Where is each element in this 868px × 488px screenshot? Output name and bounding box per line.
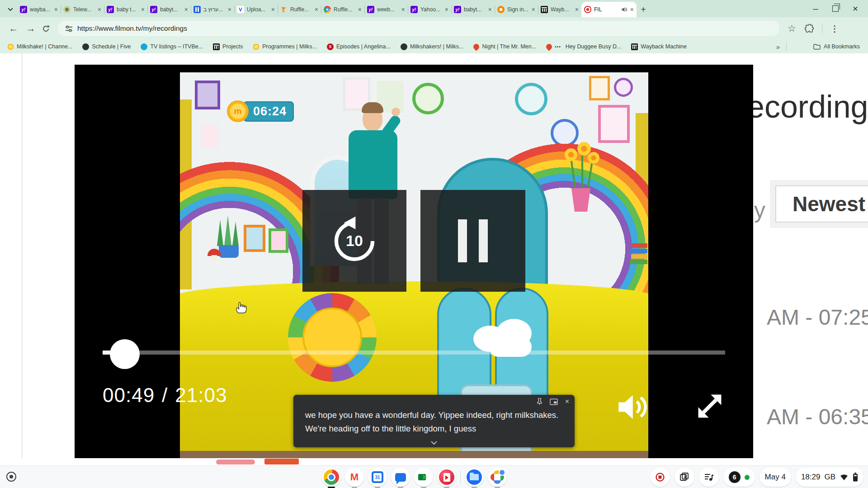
tab-babytv-3[interactable]: y!babyt...× (451, 2, 495, 17)
tab-telewebion[interactable]: Telew...× (61, 2, 104, 17)
bookmark-mr-men[interactable]: Night | The Mr. Men... (473, 43, 536, 50)
notification-counter[interactable]: 6 (723, 468, 755, 487)
pause-button[interactable] (420, 190, 525, 292)
sort-by-label-fragment: y (754, 197, 765, 223)
tab-uploady[interactable]: VUploa...× (234, 2, 278, 17)
tab-close-icon[interactable]: × (575, 6, 579, 13)
app-files[interactable] (465, 468, 484, 487)
launcher-button[interactable] (6, 472, 16, 482)
bookmark-hey-duggee[interactable]: •••Hey Duggee Busy D... (546, 43, 621, 50)
quick-settings-button[interactable]: 18:29 GB (796, 468, 863, 487)
recording-row-time[interactable]: AM - 06:35 (767, 404, 868, 429)
recording-row-time[interactable]: AM - 07:25 (767, 305, 868, 330)
bookmarks-overflow-icon[interactable]: » (776, 43, 780, 51)
tab-wayback-1[interactable]: y!wayba...× (17, 2, 61, 17)
bookmark-episodes-angelina[interactable]: Episodes | Angelina... (327, 43, 391, 50)
media-playing-icon (704, 473, 714, 482)
tab-ruffle-1[interactable]: Ruffle...× (278, 2, 321, 17)
tab-close-icon[interactable]: × (54, 6, 58, 13)
tab-hebrew-channel[interactable]: ערוץ ב...× (191, 2, 234, 17)
files-icon (467, 469, 482, 485)
toolbar-divider (822, 24, 822, 33)
wall-frame (195, 81, 220, 109)
calendar-date-button[interactable]: May 4 (760, 468, 791, 487)
close-window-button[interactable]: × (847, 0, 863, 17)
tab-babytv-1[interactable]: y!baby t...× (104, 2, 147, 17)
tab-close-icon[interactable]: × (630, 6, 634, 13)
minimize-button[interactable]: – (807, 0, 824, 17)
browser-menu-icon[interactable]: ⋮ (830, 24, 839, 34)
app-chrome[interactable] (322, 468, 341, 487)
caption-close-icon[interactable]: × (565, 398, 569, 405)
back-button[interactable]: ← (7, 23, 20, 34)
bookmark-milkshake-channel[interactable]: Milkshake! | Channe... (7, 43, 72, 50)
flower-stem (581, 155, 583, 190)
sun-icon (7, 43, 14, 50)
tab-search-button[interactable] (4, 2, 17, 17)
tab-title: Ruffle... (290, 6, 312, 13)
status-tray: 6 May 4 18:29 GB (650, 467, 863, 487)
bookmark-schedule-five[interactable]: Schedule | Five (82, 43, 131, 50)
screen-capture-button[interactable] (675, 468, 694, 487)
bookmark-wayback-machine[interactable]: Wayback Machine (631, 43, 687, 50)
tab-sign-in[interactable]: Sign in...× (495, 2, 538, 17)
rewind-10-button[interactable]: 10 (302, 190, 406, 292)
presenter-hair (362, 102, 383, 113)
tab-close-icon[interactable]: × (401, 6, 405, 13)
tab-yahoo[interactable]: y!Yahoo...× (408, 2, 451, 17)
tab-close-icon[interactable]: × (98, 6, 101, 13)
sort-newest-dropdown[interactable]: Newest (775, 185, 868, 223)
browser-toolbar: ← → https://www.filmon.tv/my/recordings … (0, 17, 868, 40)
app-media[interactable] (437, 468, 456, 487)
wall-frame (614, 78, 633, 97)
tab-close-icon[interactable]: × (271, 6, 275, 13)
extensions-icon[interactable] (804, 24, 814, 33)
fullscreen-button[interactable] (693, 389, 726, 423)
all-bookmarks-button[interactable]: All Bookmarks (813, 43, 860, 50)
reload-button[interactable] (42, 24, 54, 33)
app-gmail[interactable]: M (345, 468, 364, 487)
bookmark-projects[interactable]: Projects (213, 43, 243, 50)
tab-close-icon[interactable]: × (488, 6, 492, 13)
forward-button[interactable]: → (24, 23, 37, 34)
screen-record-indicator[interactable] (650, 468, 670, 487)
restore-button[interactable] (827, 0, 844, 17)
app-chat[interactable] (391, 468, 410, 487)
url-text: https://www.filmon.tv/my/recordings (77, 24, 187, 33)
bookmark-star-icon[interactable]: ☆ (788, 23, 796, 34)
video-player[interactable]: m 06:24 10 00:49 / 21:03 (75, 65, 753, 458)
live-caption-box[interactable]: × we hope you have a wonderful day. Yipp… (293, 395, 575, 447)
tab-close-icon[interactable]: × (532, 6, 535, 13)
picture-in-picture-icon[interactable] (550, 398, 558, 405)
book (631, 243, 647, 248)
tab-close-icon[interactable]: × (184, 6, 188, 13)
bookmark-programmes[interactable]: Programmes | Milks... (253, 43, 317, 50)
app-photos[interactable] (488, 468, 507, 487)
telewebion-favicon (63, 6, 71, 13)
new-tab-button[interactable]: + (637, 2, 650, 17)
shelf-date: May 4 (765, 473, 786, 482)
wall-frame (598, 105, 630, 143)
folder-icon (813, 44, 821, 50)
tab-filmon-active[interactable]: FIL × (581, 2, 637, 17)
seek-bar[interactable] (103, 351, 725, 355)
caption-collapse-icon[interactable] (430, 441, 438, 445)
tab-close-icon[interactable]: × (228, 6, 231, 13)
pin-icon[interactable] (537, 398, 542, 405)
tab-ruffle-2[interactable]: Ruffle...× (321, 2, 364, 17)
tab-weebly[interactable]: y!weeb...× (364, 2, 408, 17)
app-calendar[interactable]: 31 (368, 468, 387, 487)
tab-close-icon[interactable]: × (358, 6, 362, 13)
app-meet[interactable] (414, 468, 433, 487)
address-bar[interactable]: https://www.filmon.tv/my/recordings (58, 21, 779, 36)
media-controls-button[interactable] (699, 468, 719, 487)
tab-close-icon[interactable]: × (445, 6, 448, 13)
bookmark-tv-listings[interactable]: TV listings – ITVBe... (141, 43, 203, 50)
bookmark-milkshakers[interactable]: Milkshakers! | Milks... (401, 43, 464, 50)
tab-close-icon[interactable]: × (315, 6, 318, 13)
seek-scrubber[interactable] (110, 339, 140, 369)
volume-button[interactable] (615, 391, 655, 423)
tab-babytv-2[interactable]: y!babyt...× (147, 2, 191, 17)
tab-close-icon[interactable]: × (141, 6, 145, 13)
tab-wayback-2[interactable]: Wayb...× (538, 2, 581, 17)
